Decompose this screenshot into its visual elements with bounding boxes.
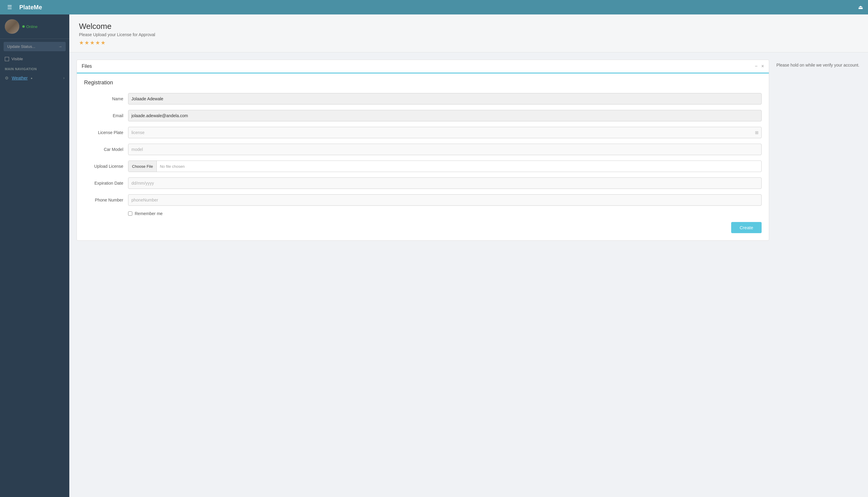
app-logo: PlateMe [19, 4, 42, 11]
verify-text: Please hold on while we verify your acco… [776, 62, 861, 68]
expiration-date-label: Expiration Date [84, 181, 123, 186]
file-input-wrapper: Choose File No file chosen [128, 160, 761, 172]
visible-row: Visible [0, 54, 69, 63]
phone-number-label: Phone Number [84, 198, 123, 202]
form-actions: Create [84, 222, 761, 233]
main-layout: Online Update Status... → Visible MAIN N… [0, 14, 868, 497]
nav-item-left: ⚙ Weather ● [5, 75, 32, 81]
form-row-license-plate: License Plate ⊞ [84, 127, 761, 138]
car-model-label: Car Model [84, 147, 123, 152]
close-button[interactable]: × [761, 63, 764, 69]
visible-checkbox[interactable] [5, 57, 9, 61]
email-label: Email [84, 113, 123, 118]
avatar [5, 19, 19, 34]
name-input[interactable] [128, 93, 761, 104]
upload-license-label: Upload License [84, 164, 123, 169]
visible-label: Visible [12, 57, 23, 61]
form-row-car-model: Car Model [84, 144, 761, 155]
license-plate-wrapper: ⊞ [128, 127, 761, 138]
logout-icon[interactable]: ⏏ [858, 4, 863, 11]
license-plate-icon: ⊞ [755, 130, 759, 135]
form-row-email: Email [84, 110, 761, 122]
car-model-input[interactable] [128, 144, 761, 155]
update-status-label: Update Status... [7, 44, 35, 49]
license-plate-label: License Plate [84, 130, 123, 135]
minimize-button[interactable]: − [755, 63, 757, 69]
registration-section: Registration Name Email License Plate [77, 73, 769, 240]
update-status-button[interactable]: Update Status... → [4, 42, 66, 51]
online-label: Online [26, 24, 38, 29]
top-bar: ☰ PlateMe ⏏ [0, 0, 868, 14]
content-row: Files − × Registration Name Ema [69, 53, 868, 497]
form-row-phone-number: Phone Number [84, 194, 761, 206]
name-label: Name [84, 96, 123, 101]
email-input[interactable] [128, 110, 761, 122]
file-name-text: No file chosen [157, 164, 187, 169]
remember-me-checkbox[interactable] [128, 211, 132, 216]
sidebar: Online Update Status... → Visible MAIN N… [0, 14, 69, 497]
sidebar-item-weather[interactable]: ⚙ Weather ● › [0, 73, 69, 83]
form-row-expiration-date: Expiration Date [84, 178, 761, 189]
badge-dot: ● [31, 76, 32, 80]
gear-icon: ⚙ [5, 75, 9, 81]
files-panel-header: Files − × [77, 60, 769, 73]
form-row-upload-license: Upload License Choose File No file chose… [84, 160, 761, 172]
online-status: Online [22, 24, 38, 29]
remember-me-row: Remember me [128, 211, 761, 216]
online-dot [22, 25, 25, 28]
welcome-subtitle: Please Upload your License for Approval [79, 32, 858, 37]
chevron-right-icon: › [63, 76, 65, 80]
panel-controls: − × [755, 63, 764, 69]
rating-stars: ★★★★★ [79, 40, 858, 46]
choose-file-button[interactable]: Choose File [128, 161, 157, 172]
create-button[interactable]: Create [731, 222, 761, 233]
files-panel-title: Files [82, 63, 92, 69]
remember-me-label: Remember me [135, 211, 163, 216]
hamburger-icon[interactable]: ☰ [5, 3, 14, 12]
files-panel: Files − × Registration Name Ema [76, 60, 769, 241]
top-bar-left: ☰ PlateMe [5, 3, 42, 12]
update-status-arrow: → [58, 44, 62, 49]
phone-number-input[interactable] [128, 194, 761, 206]
right-panel: Please hold on while we verify your acco… [776, 60, 861, 68]
expiration-date-input[interactable] [128, 178, 761, 189]
license-plate-input[interactable] [128, 127, 761, 138]
registration-title: Registration [84, 80, 761, 86]
welcome-title: Welcome [79, 22, 858, 31]
welcome-header: Welcome Please Upload your License for A… [69, 14, 868, 53]
sidebar-item-label: Weather [12, 75, 28, 81]
user-section: Online [0, 14, 69, 39]
nav-section-label: MAIN NAVIGATION [0, 63, 69, 73]
content-area: Welcome Please Upload your License for A… [69, 14, 868, 497]
form-row-name: Name [84, 93, 761, 104]
